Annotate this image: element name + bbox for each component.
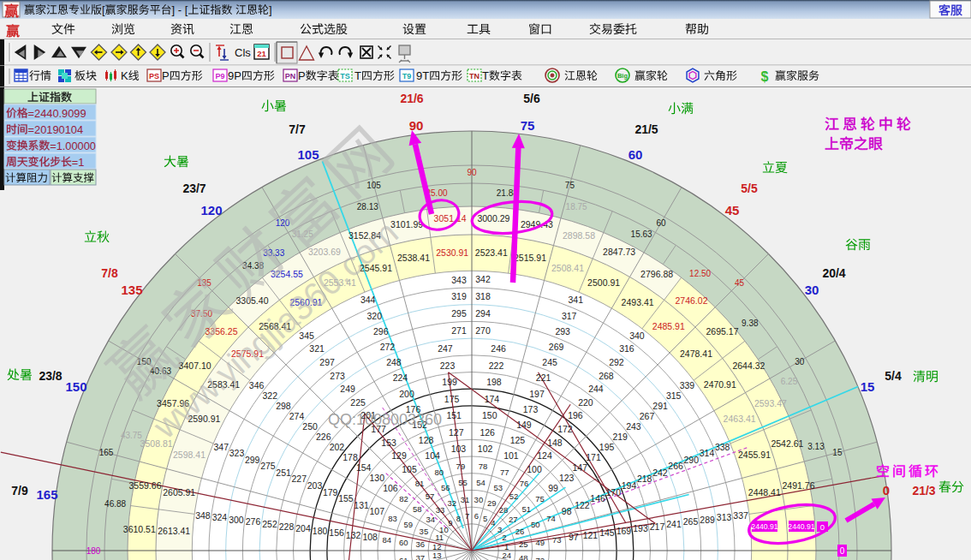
svg-text:179: 179 xyxy=(323,487,338,497)
svg-text:2796.88: 2796.88 xyxy=(640,269,673,279)
svg-text:12.50: 12.50 xyxy=(689,269,711,278)
svg-text:265: 265 xyxy=(683,516,699,527)
svg-text:9: 9 xyxy=(62,107,68,120)
svg-text:169: 169 xyxy=(617,526,632,536)
svg-text:56: 56 xyxy=(441,483,450,492)
svg-text:21/3: 21/3 xyxy=(912,484,935,497)
svg-text:100: 100 xyxy=(527,464,542,474)
svg-text:245: 245 xyxy=(542,357,557,367)
svg-text:103: 103 xyxy=(451,444,467,454)
svg-text:4: 4 xyxy=(77,123,83,136)
svg-text:P: P xyxy=(298,69,306,82)
svg-text:272: 272 xyxy=(380,342,396,352)
svg-text:0: 0 xyxy=(883,483,890,497)
svg-text:7: 7 xyxy=(465,511,469,521)
svg-text:3559.66: 3559.66 xyxy=(129,480,162,491)
svg-text:82: 82 xyxy=(399,494,408,503)
svg-text:175: 175 xyxy=(444,394,460,404)
svg-text:123: 123 xyxy=(559,473,575,483)
svg-text:49: 49 xyxy=(536,538,545,547)
svg-text:150: 150 xyxy=(482,410,497,420)
svg-text:98: 98 xyxy=(562,506,572,516)
svg-text:30: 30 xyxy=(474,495,484,504)
svg-text:149: 149 xyxy=(516,420,532,430)
svg-text:0: 0 xyxy=(78,140,84,152)
svg-text:52: 52 xyxy=(509,491,519,501)
svg-text:0: 0 xyxy=(68,107,74,120)
svg-text:5: 5 xyxy=(483,514,487,523)
svg-text:]: ] xyxy=(172,3,176,16)
svg-text:75: 75 xyxy=(521,118,535,133)
svg-text:2: 2 xyxy=(34,107,40,120)
svg-text:59: 59 xyxy=(403,520,413,529)
svg-text:275: 275 xyxy=(260,461,276,471)
svg-text:174: 174 xyxy=(485,394,500,404)
svg-text:15: 15 xyxy=(861,379,875,394)
svg-text:26: 26 xyxy=(515,527,525,536)
svg-text:30: 30 xyxy=(805,283,819,297)
svg-text:Big: Big xyxy=(617,72,628,80)
svg-text:53: 53 xyxy=(494,483,503,492)
svg-text:PN: PN xyxy=(285,72,296,80)
svg-text:199: 199 xyxy=(442,377,457,387)
svg-text:296: 296 xyxy=(373,326,389,337)
svg-text:45: 45 xyxy=(735,278,745,288)
svg-text:15.63: 15.63 xyxy=(631,229,652,239)
svg-text:274: 274 xyxy=(289,411,305,421)
svg-text:318: 318 xyxy=(475,291,491,301)
svg-text:101: 101 xyxy=(503,450,519,461)
svg-text:128: 128 xyxy=(419,435,434,445)
svg-text:223: 223 xyxy=(440,360,456,371)
svg-text:198: 198 xyxy=(486,377,502,387)
svg-text:0: 0 xyxy=(40,123,46,136)
svg-text:293: 293 xyxy=(555,326,570,337)
svg-text:202: 202 xyxy=(330,442,345,452)
svg-text:295: 295 xyxy=(451,308,467,319)
svg-text:2485.91: 2485.91 xyxy=(652,321,685,331)
svg-text:292: 292 xyxy=(609,357,624,367)
svg-text:173: 173 xyxy=(523,404,539,414)
svg-text:171: 171 xyxy=(586,452,601,462)
svg-text:228: 228 xyxy=(279,521,295,532)
svg-text:170: 170 xyxy=(606,487,622,497)
svg-text:33: 33 xyxy=(436,505,445,515)
svg-text:T9: T9 xyxy=(402,72,412,80)
svg-text:9.38: 9.38 xyxy=(742,319,759,328)
svg-text:266: 266 xyxy=(668,461,683,471)
svg-text:29: 29 xyxy=(487,498,497,508)
svg-text:]: ] xyxy=(269,3,272,16)
svg-text:57: 57 xyxy=(426,491,435,501)
svg-text:317: 317 xyxy=(562,311,577,321)
svg-text:298: 298 xyxy=(276,401,291,411)
svg-text:P: P xyxy=(162,69,170,82)
svg-text:74: 74 xyxy=(546,514,556,523)
svg-text:72: 72 xyxy=(536,556,545,560)
svg-text:6: 6 xyxy=(474,511,479,521)
svg-text:247: 247 xyxy=(438,343,453,354)
svg-text:54: 54 xyxy=(476,478,486,487)
svg-text:84: 84 xyxy=(382,535,391,545)
svg-text:21: 21 xyxy=(257,49,266,58)
svg-text:9: 9 xyxy=(448,518,452,527)
svg-text:2644.32: 2644.32 xyxy=(732,360,765,371)
svg-text:2605.91: 2605.91 xyxy=(163,487,195,497)
svg-text:[: [ xyxy=(185,3,188,16)
svg-text:172: 172 xyxy=(557,424,573,434)
svg-text:270: 270 xyxy=(475,325,491,336)
svg-text:7/8: 7/8 xyxy=(101,266,118,280)
svg-text:2491.76: 2491.76 xyxy=(783,480,815,491)
svg-text:2598.41: 2598.41 xyxy=(173,450,206,460)
svg-text:150: 150 xyxy=(65,379,86,394)
svg-text:102: 102 xyxy=(478,444,493,454)
svg-text:251: 251 xyxy=(276,468,291,478)
svg-text:1: 1 xyxy=(46,123,52,136)
svg-text:324: 324 xyxy=(212,512,228,522)
svg-text:226: 226 xyxy=(316,432,331,442)
svg-text:104: 104 xyxy=(425,450,440,461)
svg-text:299: 299 xyxy=(245,455,260,465)
svg-text:0: 0 xyxy=(90,140,96,152)
svg-text:13: 13 xyxy=(432,551,442,560)
svg-text:180: 180 xyxy=(86,546,101,556)
svg-text:55: 55 xyxy=(458,478,468,487)
svg-text:0: 0 xyxy=(71,123,77,136)
